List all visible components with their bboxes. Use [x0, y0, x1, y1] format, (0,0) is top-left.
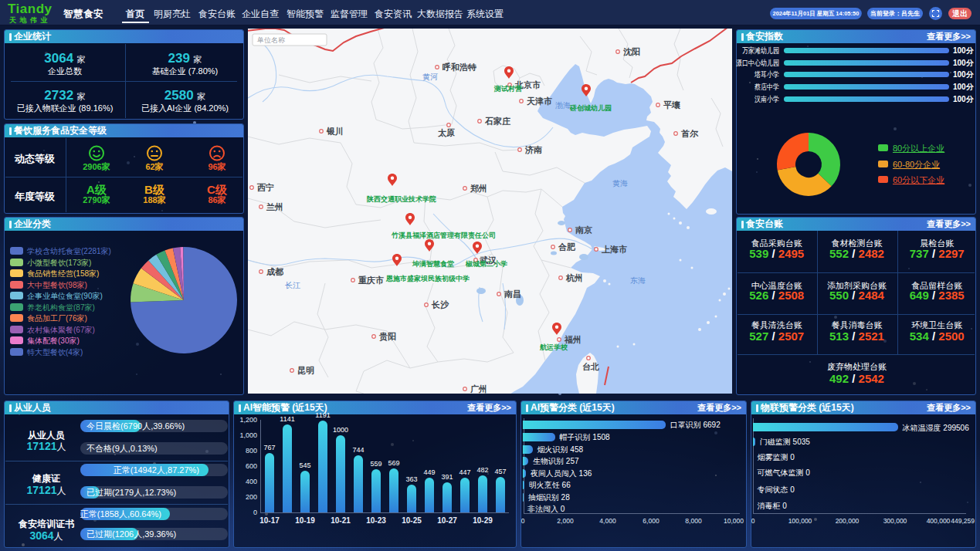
svg-text:测试村营: 测试村营: [493, 85, 522, 93]
svg-text:长江: 长江: [285, 281, 300, 289]
svg-text:重庆市: 重庆市: [358, 276, 384, 285]
svg-text:广州: 广州: [470, 384, 487, 394]
svg-text:银川: 银川: [326, 127, 344, 136]
svg-text:太原: 太原: [437, 128, 455, 137]
svg-text:兰州: 兰州: [266, 202, 283, 211]
svg-text:沈阳: 沈阳: [623, 47, 640, 56]
svg-text:东海: 东海: [630, 276, 646, 285]
svg-text:南京: 南京: [575, 225, 592, 235]
svg-text:航运学校: 航运学校: [539, 343, 568, 351]
svg-text:长沙: 长沙: [431, 300, 449, 309]
svg-text:贵阳: 贵阳: [378, 332, 396, 342]
svg-text:天津市: 天津市: [526, 96, 552, 106]
svg-text:恩施市盛家坝民族初级中学: 恩施市盛家坝民族初级中学: [385, 275, 470, 282]
svg-text:西宁: 西宁: [256, 183, 274, 192]
svg-text:济南: 济南: [524, 145, 542, 154]
svg-text:硚创城幼儿园: 硚创城幼儿园: [569, 104, 612, 112]
svg-text:单位名称: 单位名称: [257, 36, 285, 44]
svg-text:成都: 成都: [266, 267, 283, 276]
svg-text:杭州: 杭州: [565, 273, 583, 282]
svg-text:合肥: 合肥: [558, 242, 576, 252]
svg-text:坤满智慧食堂: 坤满智慧食堂: [412, 260, 454, 268]
svg-text:南昌: 南昌: [504, 289, 521, 299]
svg-text:石家庄: 石家庄: [484, 117, 510, 126]
svg-text:郑州: 郑州: [470, 184, 487, 193]
svg-text:首尔: 首尔: [680, 129, 699, 138]
svg-text:台北: 台北: [582, 362, 599, 371]
svg-text:昆明: 昆明: [297, 366, 314, 375]
svg-text:渤海: 渤海: [555, 101, 571, 110]
svg-text:椒城第二小学: 椒城第二小学: [465, 260, 507, 268]
svg-text:陕西交通职业技术学院: 陕西交通职业技术学院: [367, 195, 436, 203]
svg-text:黄河: 黄河: [422, 73, 438, 81]
svg-text:上海市: 上海市: [601, 245, 627, 254]
svg-text:竹溪县福泽酒店管理有限责任公司: 竹溪县福泽酒店管理有限责任公司: [391, 232, 496, 239]
svg-text:平壤: 平壤: [663, 100, 681, 110]
svg-text:呼和浩特: 呼和浩特: [443, 62, 476, 72]
svg-text:黄海: 黄海: [612, 179, 628, 188]
